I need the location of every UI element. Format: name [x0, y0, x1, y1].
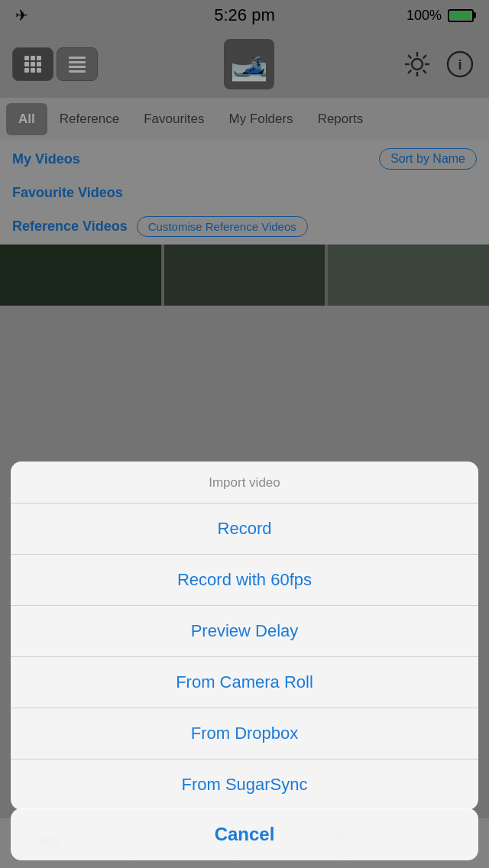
record-label: Record	[11, 504, 478, 554]
action-sheet-title: Import video	[11, 462, 478, 504]
from-sugarsync-item[interactable]: From SugarSync	[11, 760, 478, 810]
record-60fps-item[interactable]: Record with 60fps	[11, 555, 478, 606]
preview-delay-label: Preview Delay	[11, 606, 478, 656]
record-item[interactable]: Record	[11, 504, 478, 555]
record-60fps-label: Record with 60fps	[11, 555, 478, 605]
from-dropbox-label: From Dropbox	[11, 708, 478, 759]
preview-delay-item[interactable]: Preview Delay	[11, 606, 478, 657]
from-sugarsync-label: From SugarSync	[11, 760, 478, 810]
action-sheet: Import video Record Record with 60fps Pr…	[11, 462, 478, 810]
from-dropbox-item[interactable]: From Dropbox	[11, 708, 478, 760]
from-camera-roll-item[interactable]: From Camera Roll	[11, 657, 478, 708]
cancel-button[interactable]: Cancel	[11, 808, 478, 860]
from-camera-roll-label: From Camera Roll	[11, 657, 478, 708]
cancel-label: Cancel	[215, 824, 275, 844]
